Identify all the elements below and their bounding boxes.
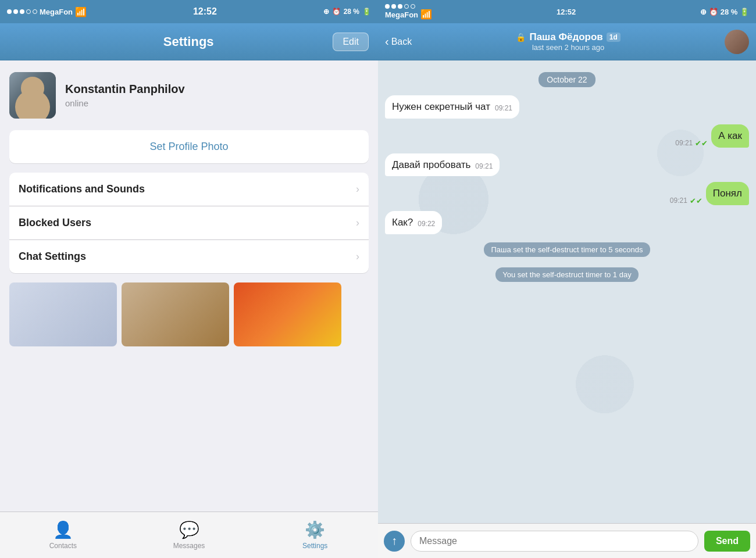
- bubble-3: Давай пробовать 09:21: [385, 153, 500, 177]
- rdot4: [404, 4, 409, 9]
- screen-icon-left: ⊕: [323, 8, 329, 16]
- carrier-left: MegaFon 📶: [7, 6, 87, 17]
- nav-bar-settings: Settings Edit: [0, 23, 378, 60]
- bubble-text-3: Давай пробовать: [392, 158, 470, 172]
- time-left: 12:52: [193, 6, 217, 17]
- bubble-text-2: А как: [718, 129, 742, 143]
- tab-messages[interactable]: 💬 Messages: [126, 520, 252, 550]
- bubble-text-1: Нужен секретный чат: [392, 100, 490, 114]
- wifi-icon-right: 📶: [420, 9, 432, 19]
- bubble-time-5: 09:22: [418, 219, 435, 229]
- bubble-4: Понял: [706, 182, 749, 205]
- status-bar-left: MegaFon 📶 12:52 ⊕ ⏰ 28 % 🔋: [0, 0, 378, 23]
- upload-button[interactable]: ↑: [384, 531, 405, 552]
- settings-title: Settings: [163, 34, 214, 49]
- messages-area: October 22 Нужен секретный чат 09:21 09:…: [378, 60, 756, 523]
- right-icons-right: ⊕ ⏰ 28 % 🔋: [700, 8, 749, 16]
- checks-2: ✔✔: [695, 139, 708, 148]
- bubble-1: Нужен секретный чат 09:21: [385, 95, 519, 119]
- message-row-4: 09:21 ✔✔ Понял: [385, 182, 749, 205]
- chat-last-seen: last seen 2 hours ago: [418, 43, 719, 52]
- time-right: 12:52: [557, 8, 576, 16]
- date-badge: October 22: [385, 74, 749, 85]
- upload-icon: ↑: [391, 534, 397, 548]
- chevron-notifications: ›: [356, 183, 359, 195]
- status-bar-right: MegaFon 📶 12:52 ⊕ ⏰ 28 % 🔋: [378, 0, 756, 23]
- tab-settings[interactable]: ⚙️ Settings: [252, 520, 378, 550]
- message-input[interactable]: [411, 531, 698, 552]
- settings-item-notifications[interactable]: Notifications and Sounds ›: [9, 173, 369, 206]
- time-2: 09:21: [675, 139, 693, 147]
- checks-4: ✔✔: [690, 196, 702, 205]
- message-row-2: 09:21 ✔✔ А как: [385, 124, 749, 148]
- edit-button[interactable]: Edit: [333, 33, 369, 51]
- system-text-1: Паша set the self-destruct timer to 5 se…: [484, 242, 650, 257]
- avatar: [9, 72, 56, 119]
- notifications-label: Notifications and Sounds: [19, 183, 145, 195]
- system-message-2: You set the self-destruct timer to 1 day: [385, 267, 749, 282]
- back-button[interactable]: ‹ Back: [385, 35, 412, 48]
- avatar-image: [9, 72, 56, 119]
- settings-group: Notifications and Sounds › Blocked Users…: [9, 173, 369, 273]
- chat-nav-bar: ‹ Back 🔒 Паша Фёдоров 1d last seen 2 hou…: [378, 23, 756, 60]
- lock-icon: 🔒: [516, 33, 526, 42]
- right-icons-left: ⊕ ⏰ 28 % 🔋: [323, 8, 371, 16]
- rdot1: [385, 4, 390, 9]
- battery-icon-right: 🔋: [740, 8, 749, 16]
- contacts-icon: 👤: [53, 520, 73, 539]
- input-bar: ↑ Send: [378, 523, 756, 558]
- bubble-5: Как? 09:22: [385, 211, 442, 234]
- contact-name-text: Паша Фёдоров: [529, 31, 602, 43]
- contacts-label: Contacts: [49, 542, 77, 550]
- messages-label: Messages: [173, 542, 205, 550]
- back-chevron-icon: ‹: [385, 35, 389, 48]
- set-profile-photo-button[interactable]: Set Profile Photo: [9, 130, 369, 163]
- message-row-3: Давай пробовать 09:21: [385, 153, 749, 177]
- chat-avatar[interactable]: [725, 30, 749, 54]
- message-row-1: Нужен секретный чат 09:21: [385, 95, 749, 119]
- chat-panel: MegaFon 📶 12:52 ⊕ ⏰ 28 % 🔋 ‹ Back 🔒 Паша…: [378, 0, 756, 558]
- bubble-text-5: Как?: [392, 216, 413, 230]
- carrier-name-right: MegaFon: [385, 10, 418, 19]
- signal-dots-left: [7, 9, 37, 14]
- bubble-time-3: 09:21: [475, 162, 493, 171]
- settings-item-blocked[interactable]: Blocked Users ›: [9, 206, 369, 240]
- profile-status: online: [65, 98, 369, 108]
- tab-bar: 👤 Contacts 💬 Messages ⚙️ Settings: [0, 512, 378, 558]
- date-badge-text: October 22: [539, 72, 595, 87]
- alarm-icon-right: ⏰: [709, 8, 718, 16]
- chat-contact-name: 🔒 Паша Фёдоров 1d: [418, 31, 719, 43]
- bubble-time-1: 09:21: [495, 103, 512, 113]
- screen-icon-right: ⊕: [700, 8, 707, 16]
- time-4: 09:21: [670, 196, 687, 205]
- system-message-1: Паша set the self-destruct timer to 5 se…: [385, 242, 749, 257]
- back-label: Back: [391, 37, 412, 47]
- bubble-2: А как: [711, 124, 749, 148]
- profile-name: Konstantin Panphilov: [65, 83, 369, 96]
- chat-settings-label: Chat Settings: [19, 251, 86, 263]
- dot1: [7, 9, 12, 14]
- dot3: [20, 9, 24, 14]
- rdot5: [411, 4, 415, 9]
- wallpaper-thumb-2[interactable]: [122, 282, 229, 346]
- wallpaper-thumb-3[interactable]: [234, 282, 341, 346]
- settings-item-chat[interactable]: Chat Settings ›: [9, 240, 369, 273]
- settings-tab-label: Settings: [302, 542, 327, 550]
- profile-section: Konstantin Panphilov online: [0, 60, 378, 130]
- wallpaper-section: [9, 282, 369, 346]
- settings-icon: ⚙️: [305, 520, 325, 539]
- alarm-icon-left: ⏰: [332, 8, 341, 16]
- dot2: [13, 9, 18, 14]
- chevron-chat: ›: [356, 251, 359, 263]
- timer-badge: 1d: [607, 33, 621, 42]
- wallpaper-thumb-1[interactable]: [9, 282, 117, 346]
- chevron-blocked: ›: [356, 217, 359, 229]
- chat-title-area: 🔒 Паша Фёдоров 1d last seen 2 hours ago: [418, 31, 719, 52]
- send-button[interactable]: Send: [704, 531, 750, 552]
- tab-contacts[interactable]: 👤 Contacts: [0, 520, 126, 550]
- dot4: [26, 9, 31, 14]
- battery-right: 28 %: [721, 8, 738, 16]
- rdot3: [398, 4, 402, 9]
- wifi-icon-left: 📶: [75, 6, 87, 17]
- blocked-label: Blocked Users: [19, 217, 91, 229]
